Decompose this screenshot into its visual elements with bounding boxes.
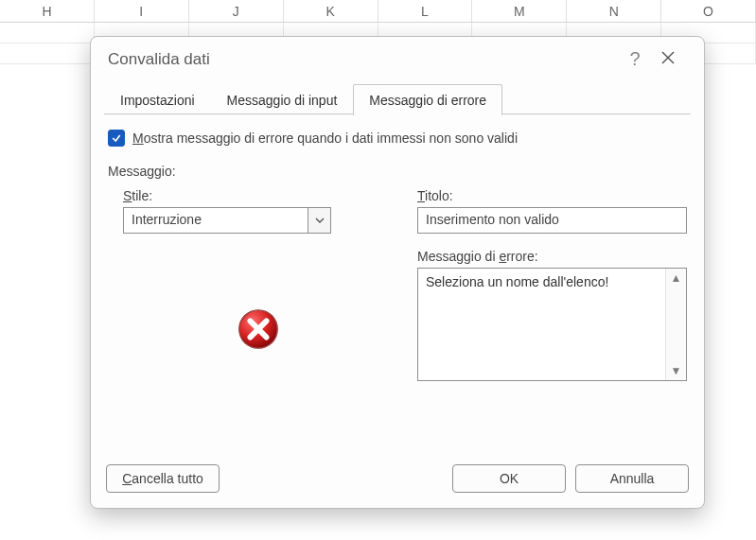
style-preview	[123, 239, 393, 381]
stop-error-icon	[237, 307, 280, 351]
error-message-textarea[interactable]: Seleziona un nome dall'elenco! ▲ ▼	[417, 268, 687, 381]
style-dropdown-button[interactable]	[308, 208, 330, 233]
scroll-up-icon: ▲	[671, 272, 682, 284]
help-button[interactable]: ?	[621, 48, 649, 70]
error-message-label: Messaggio di errore:	[417, 249, 687, 264]
style-value: Interruzione	[124, 208, 308, 233]
col-header[interactable]: L	[378, 0, 473, 22]
dialog-titlebar: Convalida dati ?	[91, 37, 704, 76]
show-error-checkbox[interactable]	[108, 130, 125, 147]
textarea-scrollbar[interactable]: ▲ ▼	[665, 269, 686, 380]
close-icon	[660, 50, 676, 65]
style-combobox[interactable]: Interruzione	[123, 207, 331, 234]
dialog-tabs: Impostazioni Messaggio di input Messaggi…	[104, 83, 691, 114]
tab-settings[interactable]: Impostazioni	[104, 84, 211, 115]
clear-all-button[interactable]: Cancella tutto	[106, 464, 220, 493]
close-button[interactable]	[649, 50, 687, 68]
dialog-button-bar: Cancella tutto OK Annulla	[91, 453, 704, 508]
cancel-button[interactable]: Annulla	[575, 464, 689, 493]
col-header[interactable]: O	[661, 0, 756, 22]
style-label: Stile:	[123, 188, 393, 203]
scroll-down-icon: ▼	[671, 365, 682, 376]
col-header[interactable]: I	[95, 0, 189, 22]
col-header[interactable]: K	[284, 0, 378, 22]
dialog-title: Convalida dati	[108, 50, 621, 69]
col-header[interactable]: N	[567, 0, 661, 22]
tab-input-message[interactable]: Messaggio di input	[211, 84, 354, 115]
dialog-content: Mostra messaggio di errore quando i dati…	[91, 114, 704, 453]
spreadsheet-column-headers: H I J K L M N O	[0, 0, 756, 23]
title-label: Titolo:	[417, 188, 687, 203]
data-validation-dialog: Convalida dati ? Impostazioni Messaggio …	[90, 36, 705, 509]
col-header[interactable]: M	[472, 0, 567, 22]
title-input[interactable]: Inserimento non valido	[417, 207, 687, 234]
chevron-down-icon	[315, 218, 325, 223]
show-error-label: Mostra messaggio di errore quando i dati…	[132, 131, 518, 146]
message-section-label: Messaggio:	[108, 164, 687, 179]
ok-button[interactable]: OK	[452, 464, 566, 493]
error-message-value: Seleziona un nome dall'elenco!	[418, 269, 665, 380]
col-header[interactable]: J	[189, 0, 284, 22]
check-icon	[111, 132, 122, 144]
tab-error-message[interactable]: Messaggio di errore	[353, 84, 502, 115]
col-header[interactable]: H	[0, 0, 95, 22]
